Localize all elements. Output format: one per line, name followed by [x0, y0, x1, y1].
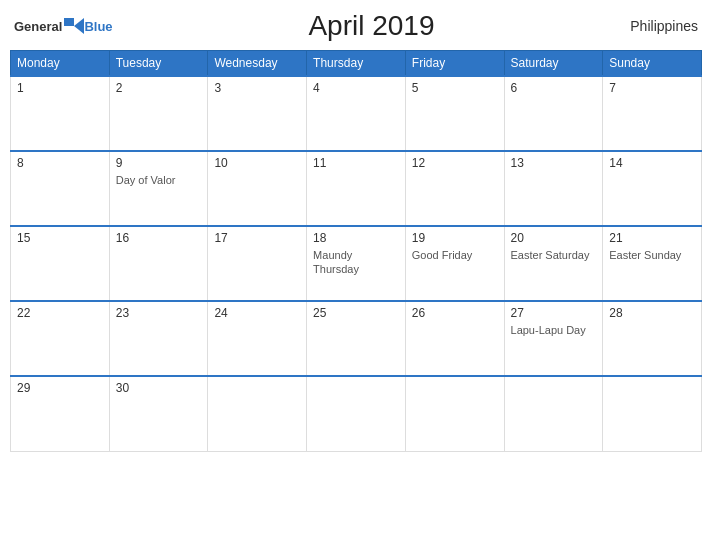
- day-number: 16: [116, 231, 202, 245]
- day-number: 4: [313, 81, 399, 95]
- calendar-cell: 22: [11, 301, 110, 376]
- page: General Blue April 2019 Philippines Mond…: [0, 0, 712, 550]
- svg-rect-1: [64, 18, 74, 26]
- calendar-cell: 13: [504, 151, 603, 226]
- day-number: 26: [412, 306, 498, 320]
- calendar-cell: 24: [208, 301, 307, 376]
- calendar-cell: 26: [405, 301, 504, 376]
- day-number: 2: [116, 81, 202, 95]
- calendar-cell: 11: [307, 151, 406, 226]
- calendar-cell: 1: [11, 76, 110, 151]
- calendar-table: Monday Tuesday Wednesday Thursday Friday…: [10, 50, 702, 452]
- calendar-cell: 23: [109, 301, 208, 376]
- calendar-cell: 5: [405, 76, 504, 151]
- calendar-week-row: 15161718Maundy Thursday19Good Friday20Ea…: [11, 226, 702, 301]
- header-friday: Friday: [405, 51, 504, 77]
- calendar-cell: 8: [11, 151, 110, 226]
- calendar-week-row: 222324252627Lapu-Lapu Day28: [11, 301, 702, 376]
- day-number: 5: [412, 81, 498, 95]
- day-number: 20: [511, 231, 597, 245]
- day-number: 14: [609, 156, 695, 170]
- calendar-cell: 19Good Friday: [405, 226, 504, 301]
- calendar-cell: [603, 376, 702, 451]
- calendar-cell: 30: [109, 376, 208, 451]
- day-number: 8: [17, 156, 103, 170]
- logo: General Blue: [14, 18, 113, 34]
- holiday-label: Good Friday: [412, 248, 498, 262]
- holiday-label: Maundy Thursday: [313, 248, 399, 277]
- logo-flag-icon: [64, 18, 84, 34]
- header-monday: Monday: [11, 51, 110, 77]
- country-label: Philippines: [630, 18, 698, 34]
- header-tuesday: Tuesday: [109, 51, 208, 77]
- day-number: 10: [214, 156, 300, 170]
- svg-marker-0: [74, 18, 84, 34]
- calendar-cell: 2: [109, 76, 208, 151]
- calendar-title: April 2019: [308, 10, 434, 42]
- header-sunday: Sunday: [603, 51, 702, 77]
- logo-general-text: General: [14, 19, 62, 34]
- day-number: 29: [17, 381, 103, 395]
- day-number: 1: [17, 81, 103, 95]
- calendar-cell: 21Easter Sunday: [603, 226, 702, 301]
- day-number: 23: [116, 306, 202, 320]
- day-number: 17: [214, 231, 300, 245]
- day-number: 25: [313, 306, 399, 320]
- day-number: 18: [313, 231, 399, 245]
- calendar-cell: 25: [307, 301, 406, 376]
- calendar-cell: 18Maundy Thursday: [307, 226, 406, 301]
- day-number: 27: [511, 306, 597, 320]
- calendar-cell: [405, 376, 504, 451]
- holiday-label: Easter Sunday: [609, 248, 695, 262]
- day-number: 12: [412, 156, 498, 170]
- header-saturday: Saturday: [504, 51, 603, 77]
- calendar-cell: 15: [11, 226, 110, 301]
- calendar-cell: 6: [504, 76, 603, 151]
- holiday-label: Day of Valor: [116, 173, 202, 187]
- day-number: 15: [17, 231, 103, 245]
- svg-rect-2: [64, 26, 74, 34]
- day-number: 13: [511, 156, 597, 170]
- calendar-cell: 20Easter Saturday: [504, 226, 603, 301]
- holiday-label: Easter Saturday: [511, 248, 597, 262]
- calendar-cell: 12: [405, 151, 504, 226]
- day-number: 6: [511, 81, 597, 95]
- header-wednesday: Wednesday: [208, 51, 307, 77]
- day-number: 11: [313, 156, 399, 170]
- calendar-cell: 3: [208, 76, 307, 151]
- calendar-cell: 16: [109, 226, 208, 301]
- header-thursday: Thursday: [307, 51, 406, 77]
- calendar-cell: 29: [11, 376, 110, 451]
- day-number: 30: [116, 381, 202, 395]
- calendar-week-row: 1234567: [11, 76, 702, 151]
- day-number: 22: [17, 306, 103, 320]
- header: General Blue April 2019 Philippines: [10, 10, 702, 42]
- calendar-week-row: 2930: [11, 376, 702, 451]
- calendar-cell: 4: [307, 76, 406, 151]
- calendar-week-row: 89Day of Valor1011121314: [11, 151, 702, 226]
- calendar-cell: 27Lapu-Lapu Day: [504, 301, 603, 376]
- day-number: 9: [116, 156, 202, 170]
- day-number: 24: [214, 306, 300, 320]
- calendar-cell: [504, 376, 603, 451]
- calendar-cell: 9Day of Valor: [109, 151, 208, 226]
- calendar-cell: 17: [208, 226, 307, 301]
- calendar-cell: [307, 376, 406, 451]
- weekday-header-row: Monday Tuesday Wednesday Thursday Friday…: [11, 51, 702, 77]
- logo-blue-text: Blue: [84, 19, 112, 34]
- calendar-cell: 28: [603, 301, 702, 376]
- calendar-cell: 10: [208, 151, 307, 226]
- day-number: 28: [609, 306, 695, 320]
- calendar-cell: 7: [603, 76, 702, 151]
- calendar-cell: 14: [603, 151, 702, 226]
- day-number: 21: [609, 231, 695, 245]
- day-number: 3: [214, 81, 300, 95]
- day-number: 19: [412, 231, 498, 245]
- day-number: 7: [609, 81, 695, 95]
- calendar-cell: [208, 376, 307, 451]
- holiday-label: Lapu-Lapu Day: [511, 323, 597, 337]
